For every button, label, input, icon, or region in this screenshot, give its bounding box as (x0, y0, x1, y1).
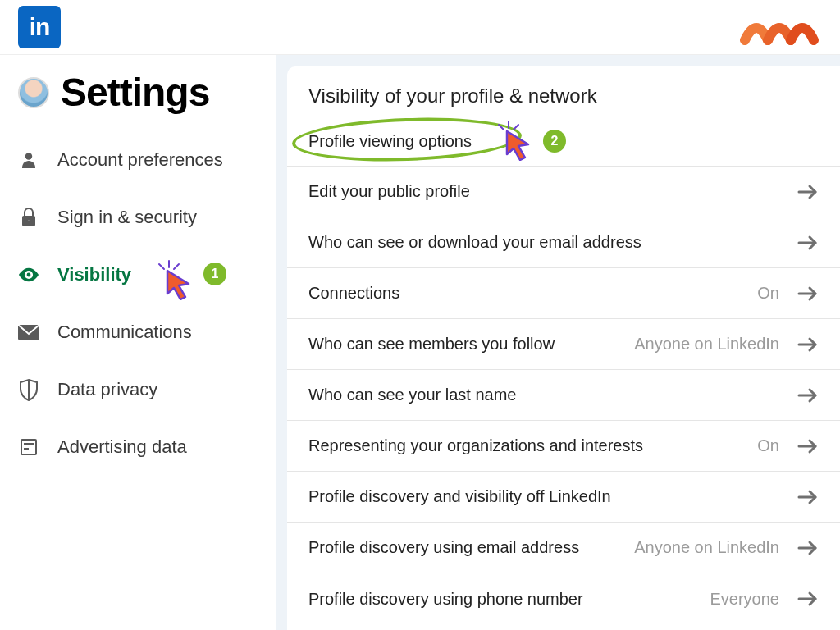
sidebar-item-label: Communications (57, 322, 192, 343)
arrow-right-icon (797, 235, 819, 251)
main-area: Visibility of your profile & network Pro… (276, 55, 840, 630)
row-email-visibility[interactable]: Who can see or download your email addre… (287, 217, 840, 268)
arrow-right-icon (797, 438, 819, 454)
section-title: Visibility of your profile & network (287, 84, 840, 116)
page-title: Settings (61, 70, 209, 115)
row-value: On (757, 436, 779, 455)
sidebar-item-visibility[interactable]: Visibility 1 (18, 246, 259, 304)
row-profile-viewing-options[interactable]: Profile viewing options 2 (287, 116, 840, 167)
arrow-right-icon (797, 336, 819, 353)
logo-text: in (30, 13, 50, 41)
svg-line-6 (174, 264, 179, 269)
sidebar-item-label: Advertising data (57, 436, 187, 458)
sidebar-item-account-preferences[interactable]: Account preferences (18, 131, 259, 189)
cursor-annotation-2 (495, 120, 533, 164)
visibility-panel: Visibility of your profile & network Pro… (287, 66, 840, 630)
sidebar-item-label: Visibility (57, 264, 131, 285)
row-value: On (757, 284, 779, 303)
svg-rect-8 (21, 440, 36, 454)
row-label: Who can see members you follow (308, 335, 555, 354)
sidebar-item-data-privacy[interactable]: Data privacy (18, 361, 259, 418)
svg-point-3 (27, 273, 31, 277)
row-label: Profile discovery using email address (308, 538, 579, 557)
shield-icon (18, 379, 39, 400)
row-label: Profile discovery using phone number (308, 590, 583, 609)
row-label: Profile viewing options (308, 132, 472, 151)
row-label: Connections (308, 284, 399, 303)
row-discovery-phone[interactable]: Profile discovery using phone number Eve… (287, 573, 840, 624)
document-icon (18, 436, 39, 458)
svg-line-4 (159, 264, 164, 269)
row-edit-public-profile[interactable]: Edit your public profile (287, 167, 840, 217)
row-value: Anyone on LinkedIn (634, 335, 779, 354)
row-value: Everyone (710, 590, 780, 609)
top-bar: in (0, 0, 840, 55)
sidebar-item-sign-in-security[interactable]: Sign in & security (18, 189, 259, 246)
svg-line-11 (499, 125, 504, 130)
row-organizations-interests[interactable]: Representing your organizations and inte… (287, 421, 840, 472)
arrow-right-icon (797, 489, 819, 505)
linkedin-logo[interactable]: in (18, 6, 61, 48)
lock-icon (18, 207, 39, 228)
sidebar-item-advertising-data[interactable]: Advertising data (18, 418, 259, 476)
row-discovery-email[interactable]: Profile discovery using email address An… (287, 523, 840, 573)
arrow-right-icon (797, 540, 819, 556)
cursor-annotation-1 (156, 259, 194, 305)
row-members-you-follow[interactable]: Who can see members you follow Anyone on… (287, 319, 840, 370)
sidebar-item-communications[interactable]: Communications (18, 304, 259, 361)
arrow-right-icon (797, 285, 819, 302)
arrow-right-icon (797, 387, 819, 404)
row-label: Who can see or download your email addre… (308, 233, 641, 252)
svg-point-0 (25, 153, 32, 159)
svg-line-13 (514, 125, 518, 130)
person-icon (18, 149, 39, 171)
brand-stripes-icon (740, 7, 822, 47)
step-badge-2: 2 (543, 130, 566, 153)
envelope-icon (18, 322, 39, 343)
row-label: Who can see your last name (308, 386, 516, 404)
row-value: Anyone on LinkedIn (634, 538, 779, 557)
avatar[interactable] (18, 77, 49, 108)
arrow-right-icon (797, 591, 819, 607)
svg-point-2 (27, 219, 30, 221)
row-label: Representing your organizations and inte… (308, 436, 643, 455)
row-label: Edit your public profile (308, 182, 470, 201)
settings-sidebar: Settings Account preferences Sign in & s… (0, 55, 276, 630)
arrow-right-icon (797, 184, 819, 200)
row-last-name[interactable]: Who can see your last name (287, 370, 840, 421)
sidebar-item-label: Account preferences (57, 149, 223, 171)
row-discovery-off-linkedin[interactable]: Profile discovery and visibility off Lin… (287, 472, 840, 523)
sidebar-item-label: Sign in & security (57, 207, 197, 228)
row-connections[interactable]: Connections On (287, 268, 840, 319)
step-badge-1: 1 (203, 262, 226, 285)
eye-icon (18, 264, 39, 285)
sidebar-item-label: Data privacy (57, 379, 158, 400)
row-label: Profile discovery and visibility off Lin… (308, 487, 611, 506)
